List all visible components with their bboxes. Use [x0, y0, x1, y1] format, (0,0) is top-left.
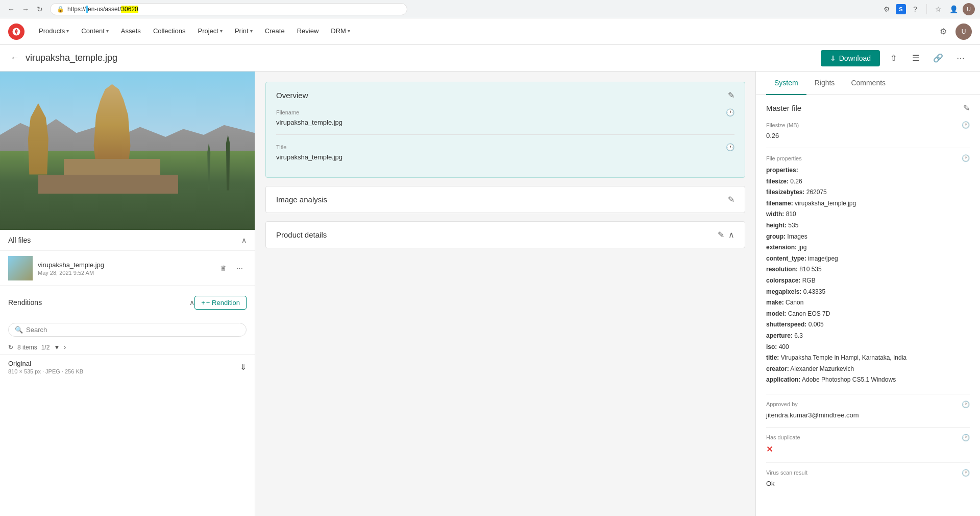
product-details-edit-button[interactable]: ✎ [718, 230, 724, 240]
pagination-dropdown[interactable]: ▼ [54, 344, 60, 351]
search-input[interactable] [26, 326, 240, 334]
download-icon: ⇓ [830, 54, 836, 62]
nav-right: ⚙ U [935, 24, 972, 40]
back-to-assets-button[interactable]: ← [10, 53, 19, 63]
refresh-pagination-icon[interactable]: ↻ [8, 344, 13, 351]
approved-by-history-icon[interactable]: 🕐 [962, 401, 970, 408]
user-avatar[interactable]: U [963, 3, 975, 15]
main-content: All files ∧ virupaksha_temple.jpg May 28… [0, 72, 980, 516]
overview-edit-button[interactable]: ✎ [728, 90, 734, 100]
has-duplicate-value[interactable]: ✕ [766, 444, 970, 454]
print-dropdown-arrow: ▾ [250, 28, 253, 34]
pagination-next[interactable]: › [64, 344, 66, 351]
nav-print[interactable]: Print ▾ [229, 18, 259, 45]
upload-button[interactable]: ⇧ [884, 49, 902, 67]
title-label: Title [276, 144, 286, 150]
filename-label: Filename [276, 109, 299, 115]
image-analysis-header[interactable]: Image analysis ✎ [266, 186, 745, 213]
divider [926, 4, 927, 14]
address-bar[interactable]: 🔒 https://en-us/asset/30620 [50, 3, 407, 15]
plus-icon: + [201, 299, 205, 307]
file-name: virupaksha_temple.jpg [38, 261, 211, 269]
extensions-icon[interactable]: ⚙ [880, 3, 893, 15]
product-details-header[interactable]: Product details ✎ ∧ [266, 222, 745, 248]
back-button[interactable]: ← [5, 3, 17, 15]
approved-by-section: Approved by 🕐 jitendra.kumar3@mindtree.c… [766, 401, 970, 419]
nav-drm[interactable]: DRM ▾ [325, 18, 356, 45]
tab-comments[interactable]: Comments [843, 72, 894, 95]
product-details-actions: ✎ ∧ [718, 230, 734, 240]
refresh-button[interactable]: ↻ [34, 3, 46, 15]
file-thumbnail [8, 256, 33, 280]
nav-items: Products ▾ Content ▾ Assets Collections … [33, 18, 935, 45]
original-download-button[interactable]: ⇓ [240, 362, 247, 372]
file-properties-history-icon[interactable]: 🕐 [962, 154, 970, 162]
url-id-highlight: 30620 [121, 6, 138, 13]
virus-scan-history-icon[interactable]: 🕐 [962, 469, 970, 477]
image-analysis-edit-button[interactable]: ✎ [728, 195, 734, 204]
search-wrapper[interactable]: 🔍 [8, 323, 247, 337]
overview-card: Overview ✎ Filename 🕐 virupaksha_temple.… [265, 82, 745, 178]
virus-scan-label: Virus scan result [766, 470, 807, 476]
settings-icon[interactable]: ⚙ [935, 24, 951, 40]
bookmark-icon[interactable]: ☆ [932, 3, 944, 15]
original-info: Original 810 × 535 px · JPEG · 256 KB [8, 360, 83, 374]
renditions-title: Renditions [8, 298, 42, 307]
product-details-collapse-button[interactable]: ∧ [728, 230, 734, 240]
original-meta: 810 × 535 px · JPEG · 256 KB [8, 368, 83, 374]
overview-card-header: Overview ✎ [266, 82, 745, 108]
system-tab-content: Master file ✎ Filesize (MB) 🕐 0.26 File … [756, 95, 980, 504]
download-button[interactable]: ⇓ Download [821, 50, 880, 66]
virus-scan-section: Virus scan result 🕐 Ok [766, 469, 970, 487]
renditions-title-header[interactable]: Renditions ∧ [8, 292, 194, 313]
renditions-header: Renditions ∧ + + Rendition [0, 286, 255, 319]
has-duplicate-history-icon[interactable]: 🕐 [962, 434, 970, 441]
sheets-icon[interactable]: S [896, 4, 906, 14]
approved-by-value: jitendra.kumar3@mindtree.com [766, 411, 970, 419]
all-files-section: All files ∧ virupaksha_temple.jpg May 28… [0, 230, 255, 286]
image-analysis-title: Image analysis [276, 195, 327, 204]
nav-products[interactable]: Products ▾ [33, 18, 75, 45]
nav-assets[interactable]: Assets [115, 18, 147, 45]
approved-by-header: Approved by 🕐 [766, 401, 970, 408]
nav-review[interactable]: Review [291, 18, 325, 45]
nav-user-avatar[interactable]: U [955, 24, 972, 40]
comments-button[interactable]: ☰ [906, 49, 925, 67]
tab-rights[interactable]: Rights [806, 72, 843, 95]
header-actions: ⇓ Download ⇧ ☰ 🔗 ⋯ [821, 49, 970, 67]
add-rendition-button[interactable]: + + Rendition [194, 296, 247, 310]
file-properties-values: properties: filesize: 0.26 filesizebytes… [766, 165, 970, 386]
all-files-toggle: ∧ [241, 236, 247, 244]
nav-content[interactable]: Content ▾ [75, 18, 115, 45]
renditions-toggle: ∧ [189, 298, 194, 307]
all-files-header[interactable]: All files ∧ [0, 230, 255, 250]
filename-value: virupaksha_temple.jpg [276, 119, 734, 126]
help-icon[interactable]: ? [909, 3, 921, 15]
right-panel: System Rights Comments Master file ✎ Fil… [755, 72, 980, 516]
products-dropdown-arrow: ▾ [66, 28, 69, 34]
master-file-icon[interactable]: ♛ [216, 261, 230, 275]
nav-create[interactable]: Create [259, 18, 291, 45]
master-file-edit-button[interactable]: ✎ [963, 103, 970, 113]
filename-history-icon[interactable]: 🕐 [726, 108, 734, 116]
renditions-section: Renditions ∧ + + Rendition 🔍 ↻ 8 items 1… [0, 286, 255, 380]
overview-content: Filename 🕐 virupaksha_temple.jpg Title 🕐… [266, 108, 745, 177]
profile-icon[interactable]: 👤 [947, 3, 960, 15]
filesize-history-icon[interactable]: 🕐 [962, 121, 970, 129]
app-logo[interactable] [8, 24, 24, 40]
title-history-icon[interactable]: 🕐 [726, 143, 734, 151]
overview-title: Overview [276, 91, 308, 100]
file-more-options[interactable]: ⋯ [232, 261, 247, 275]
rendition-pagination: ↻ 8 items 1/2 ▼ › [0, 341, 255, 354]
logo-icon [12, 27, 21, 36]
forward-button[interactable]: → [19, 3, 32, 15]
tab-system[interactable]: System [766, 72, 806, 95]
more-options-button[interactable]: ⋯ [951, 49, 970, 67]
nav-collections[interactable]: Collections [147, 18, 192, 45]
page-title: virupaksha_temple.jpg [26, 53, 815, 63]
has-duplicate-label: Has duplicate [766, 434, 800, 440]
link-button[interactable]: 🔗 [929, 49, 947, 67]
original-title: Original [8, 360, 83, 367]
lock-icon: 🔒 [57, 6, 64, 13]
nav-project[interactable]: Project ▾ [191, 18, 228, 45]
